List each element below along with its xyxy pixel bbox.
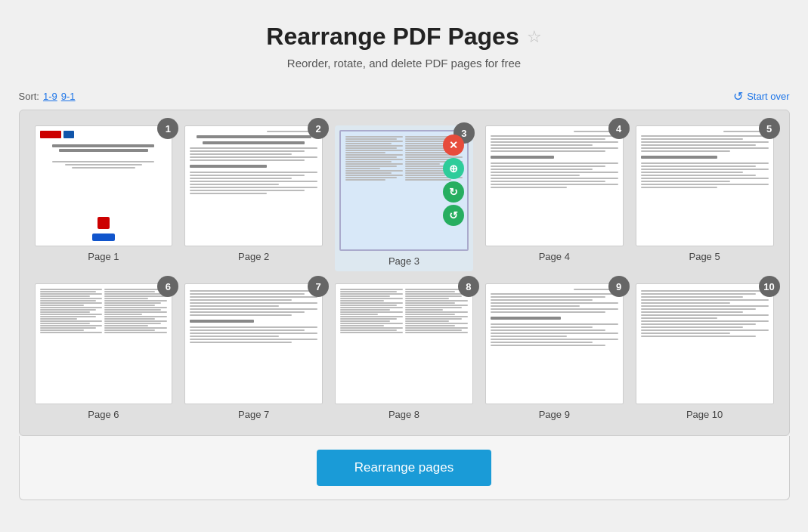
- sort-asc-link[interactable]: 1-9: [43, 91, 57, 102]
- favorite-icon[interactable]: ☆: [527, 27, 542, 47]
- sort-desc-link[interactable]: 9-1: [61, 91, 76, 102]
- rearrange-pages-button[interactable]: Rearrange pages: [317, 450, 491, 486]
- page-badge: 1: [157, 118, 178, 139]
- page-thumbnail: [636, 283, 774, 404]
- page-label: Page 7: [238, 409, 269, 420]
- overlay-buttons: ✕ ⊕ ↻ ↺: [440, 131, 467, 229]
- page-thumbnail: ✕ ⊕ ↻ ↺: [339, 130, 469, 251]
- rotate-cw-button[interactable]: ↻: [443, 181, 464, 203]
- list-item[interactable]: 1 Page 1: [35, 125, 173, 271]
- toolbar: Sort: 1-9 9-1 ↺ Start over: [19, 89, 790, 104]
- page-badge: 10: [759, 276, 780, 297]
- page-thumbnail: [35, 125, 173, 246]
- page-thumbnail: [184, 125, 323, 246]
- list-item[interactable]: 3: [335, 125, 473, 271]
- page-label: Page 1: [88, 251, 119, 262]
- start-over-label: Start over: [747, 91, 789, 102]
- page-label: Page 3: [389, 255, 419, 267]
- list-item[interactable]: 4: [485, 125, 624, 271]
- page-thumbnail: [335, 283, 473, 404]
- page-label: Page 6: [88, 409, 119, 420]
- page-header: Rearrange PDF Pages ☆ Reorder, rotate, a…: [15, 23, 793, 82]
- refresh-icon: ↺: [733, 89, 743, 104]
- list-item[interactable]: 7: [184, 283, 323, 420]
- list-item[interactable]: 2: [184, 125, 323, 271]
- page-badge: 8: [458, 276, 479, 297]
- page-thumbnail: [485, 283, 624, 404]
- delete-page-button[interactable]: ✕: [443, 135, 464, 156]
- list-item[interactable]: 9: [485, 283, 624, 420]
- list-item[interactable]: 6: [35, 283, 173, 420]
- subtitle: Reorder, rotate, and delete PDF pages fo…: [15, 57, 793, 70]
- list-item[interactable]: 5: [636, 125, 774, 271]
- page-label: Page 10: [686, 409, 723, 420]
- pages-grid: 1 Page 1: [19, 110, 790, 436]
- page-label: Page 5: [689, 251, 720, 262]
- page-thumbnail: [35, 283, 173, 404]
- rotate-ccw-button[interactable]: ↺: [443, 205, 464, 226]
- zoom-page-button[interactable]: ⊕: [443, 158, 464, 179]
- page-badge: 5: [759, 118, 780, 139]
- page-thumbnail: [636, 125, 774, 246]
- list-item[interactable]: 8: [335, 283, 473, 420]
- page-badge: 4: [608, 118, 630, 139]
- page-label: Page 9: [539, 409, 570, 420]
- page-badge: 7: [308, 276, 329, 297]
- page-label: Page 2: [238, 251, 269, 262]
- list-item[interactable]: 10: [636, 283, 774, 420]
- page-thumbnail: [485, 125, 624, 246]
- bottom-bar: Rearrange pages: [19, 436, 790, 500]
- page-badge: 6: [157, 276, 178, 297]
- start-over-button[interactable]: ↺ Start over: [733, 89, 789, 104]
- page-label: Page 8: [389, 409, 419, 420]
- page-title: Rearrange PDF Pages: [266, 23, 519, 51]
- page-thumbnail: [184, 283, 323, 404]
- sort-label: Sort:: [19, 91, 39, 102]
- page-badge: 2: [308, 118, 329, 139]
- page-badge: 9: [608, 276, 630, 297]
- page-label: Page 4: [539, 251, 570, 262]
